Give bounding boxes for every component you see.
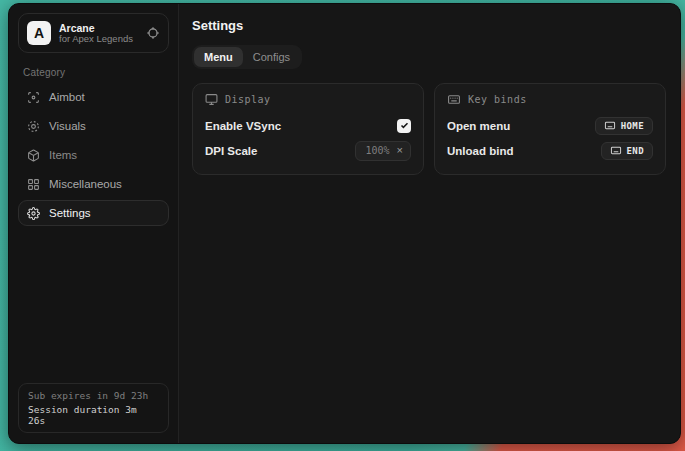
settings-cards: Display Enable VSync DPI Scale 100% × bbox=[192, 83, 666, 175]
tab-configs[interactable]: Configs bbox=[243, 47, 300, 67]
main-panel: Settings Menu Configs Display bbox=[179, 4, 680, 443]
sidebar-item-miscellaneous[interactable]: Miscellaneous bbox=[18, 171, 169, 197]
open-menu-row: Open menu HOME bbox=[447, 113, 653, 138]
category-nav: Aimbot Visuals bbox=[18, 84, 169, 226]
clear-icon[interactable]: × bbox=[397, 145, 403, 156]
sidebar-item-aimbot[interactable]: Aimbot bbox=[18, 84, 169, 110]
unload-bind-label: Unload bind bbox=[447, 145, 513, 157]
focus-ring-icon bbox=[27, 120, 40, 133]
sidebar-item-settings[interactable]: Settings bbox=[18, 200, 169, 226]
display-card-title: Display bbox=[225, 94, 271, 105]
category-label: Category bbox=[23, 67, 169, 78]
gear-icon bbox=[27, 207, 40, 220]
dpi-label: DPI Scale bbox=[205, 145, 257, 157]
session-duration-text: Session duration 3m 26s bbox=[28, 404, 159, 426]
sidebar-item-visuals[interactable]: Visuals bbox=[18, 113, 169, 139]
app-window: A Arcane for Apex Legends Category bbox=[8, 3, 681, 444]
display-card-header: Display bbox=[205, 93, 411, 106]
open-menu-label: Open menu bbox=[447, 120, 510, 132]
app-name: Arcane bbox=[59, 22, 138, 34]
tab-bar: Menu Configs bbox=[192, 45, 302, 69]
keyboard-icon bbox=[610, 145, 622, 156]
keyboard-icon bbox=[604, 120, 616, 131]
vsync-checkbox-checked[interactable] bbox=[397, 119, 411, 133]
sidebar-item-label: Miscellaneous bbox=[49, 178, 122, 190]
grid-icon bbox=[27, 178, 40, 191]
app-logo: A bbox=[27, 21, 51, 45]
crosshair-scan-icon bbox=[27, 91, 40, 104]
vsync-row: Enable VSync bbox=[205, 113, 411, 138]
session-card: Sub expires in 9d 23h Session duration 3… bbox=[18, 383, 169, 433]
sidebar-item-label: Items bbox=[49, 149, 77, 161]
sidebar: A Arcane for Apex Legends Category bbox=[9, 4, 179, 443]
tab-menu[interactable]: Menu bbox=[194, 47, 243, 67]
monitor-icon bbox=[205, 93, 218, 106]
dpi-scale-input[interactable]: 100% × bbox=[355, 141, 411, 161]
keybinds-card-title: Key binds bbox=[468, 94, 527, 105]
profile-text: Arcane for Apex Legends bbox=[59, 22, 138, 45]
open-menu-key: HOME bbox=[621, 121, 644, 131]
unload-bind-keybind[interactable]: END bbox=[601, 142, 653, 160]
sidebar-item-label: Settings bbox=[49, 207, 91, 219]
sidebar-item-items[interactable]: Items bbox=[18, 142, 169, 168]
sidebar-item-label: Visuals bbox=[49, 120, 86, 132]
display-card: Display Enable VSync DPI Scale 100% × bbox=[192, 83, 424, 175]
unload-bind-row: Unload bind END bbox=[447, 138, 653, 163]
sidebar-item-label: Aimbot bbox=[49, 91, 85, 103]
vsync-label: Enable VSync bbox=[205, 120, 281, 132]
keybinds-card-header: Key binds bbox=[447, 93, 653, 106]
open-menu-keybind[interactable]: HOME bbox=[595, 117, 653, 135]
profile-card: A Arcane for Apex Legends bbox=[18, 13, 169, 53]
crosshair-icon[interactable] bbox=[146, 26, 160, 40]
keyboard-icon bbox=[447, 93, 461, 106]
app-subtitle: for Apex Legends bbox=[59, 34, 138, 45]
sub-expires-text: Sub expires in 9d 23h bbox=[28, 390, 159, 401]
package-icon bbox=[27, 149, 40, 162]
dpi-value: 100% bbox=[365, 145, 389, 156]
unload-bind-key: END bbox=[627, 146, 644, 156]
keybinds-card: Key binds Open menu HOME bbox=[434, 83, 666, 175]
page-title: Settings bbox=[192, 18, 666, 33]
dpi-row: DPI Scale 100% × bbox=[205, 138, 411, 163]
